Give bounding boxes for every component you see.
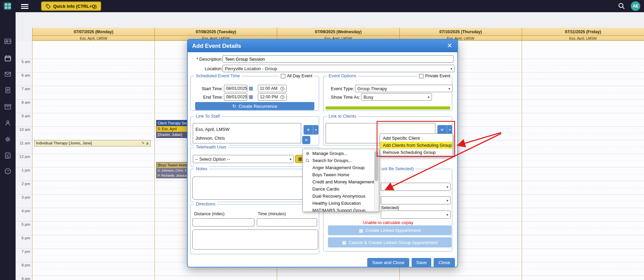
hamburger-menu-icon[interactable] [21,3,28,9]
contact-card-icon [4,38,12,45]
event-client-therapy[interactable]: Client Therapy Sessi S: Ess, April [Drax… [156,120,189,138]
chevron-down-icon: ▾ [449,87,450,91]
menu-item-remove-scheduling-group[interactable]: Remove Scheduling Group [380,149,453,156]
calendar-icon: ▦ [342,240,346,245]
menu-scrollbar[interactable] [374,149,378,211]
start-date-input[interactable]: 08/01/2025 [224,85,247,92]
location-select[interactable]: Perryville Location - Group▾ [223,65,455,72]
add-staff-button[interactable]: + ▾ [304,125,318,135]
description-input[interactable] [223,55,454,63]
clock-icon [280,86,285,91]
chevron-down-icon: ▾ [428,95,430,99]
scheduling-groups-menu: Manage Groups... Search for Groups... An… [303,149,379,212]
sidebar-item-contacts[interactable] [4,38,12,45]
end-time-input[interactable]: 12:00 PM [258,93,287,101]
telehealth-user-group: Telehealth User -- Select Option --▾ ▦ [190,147,319,167]
event-type-select[interactable]: Group Therapy▾ [355,85,453,92]
menu-item-group[interactable]: Dual Recovery Anonymous [303,193,379,200]
directions-group: Directions Distance (miles) Time (minute… [190,204,319,254]
menu-item-group[interactable]: Dance Cardio [303,185,379,193]
checkbox[interactable] [419,74,423,78]
staff-list-item[interactable]: Johnson, Chris [193,134,301,143]
day-column-header: 07/07/2025 (Monday) Ess, April, LMSW [32,28,154,41]
quick-info-button[interactable]: Quick Info (CTRL+Q) [41,1,101,11]
chevron-down-icon: ▾ [446,213,448,217]
event-participants: P: Richards, Jessica; [157,173,189,178]
menu-item-group[interactable]: Healthy Living Education [303,200,379,207]
group-legend: Telehealth User [194,144,228,149]
menu-item-group[interactable]: Anger Management Group [303,164,379,171]
location-label: Location: [190,66,223,71]
event-boys-tween-home[interactable]: [Boys Tween Home]- S: Johnson, Chris; Es… [156,162,189,178]
menu-item-group[interactable]: MAT/MARS Support Group [303,207,379,212]
menu-item-add-clients-from-scheduling-group[interactable]: Add Clients from Scheduling Group [380,142,453,149]
lock-icon [146,141,149,145]
event-title: Individual Therapy [Jones, Jane] [36,140,92,146]
sidebar-item-settings[interactable] [4,136,12,143]
end-date-calendar-icon[interactable]: ▦ [249,94,253,99]
show-time-as-select[interactable]: Busy▾ [361,93,432,101]
calendar-toolbar: ‹ Today › 07/07/2025 - 07/11/2025 ★ ▦ ☑ … [16,12,644,28]
sidebar-item-messages[interactable] [4,71,12,78]
event-title: [Boys Tween Home]- [157,162,189,168]
menu-item-add-specific-client[interactable]: Add Specific Client [380,135,453,142]
create-recurrence-button[interactable]: ↻ Create Recurrence [195,102,314,110]
edit-pencil-icon[interactable]: ✎ [142,140,145,146]
event-title: Client Therapy Sessi [157,120,189,126]
sidebar-item-reports[interactable] [4,86,12,94]
group-legend: Directions [194,201,217,206]
linked-select-3[interactable]: ▾ [381,211,451,219]
event-individual-therapy[interactable]: Individual Therapy [Jones, Jane] ✎ [34,140,151,146]
save-button[interactable]: Save [412,258,432,267]
save-and-close-button[interactable]: Save and Close [367,258,409,267]
chevron-down-icon[interactable]: ▾ [447,125,452,135]
distance-input[interactable] [192,218,254,226]
sidebar-item-help[interactable]: ? [4,167,12,175]
chevron-down-icon[interactable]: ▾ [313,125,318,135]
staff-list-item[interactable]: Ess, April, LMSW [193,125,301,134]
event-staff: S: Ess, April [157,126,189,132]
all-day-event-checkbox[interactable]: All Day Event [279,74,314,78]
notes-textarea[interactable] [192,177,318,200]
menu-item-group[interactable]: Boys Tween Home [303,171,379,178]
day-header-staff[interactable]: Ess, April, LMSW [33,36,154,41]
checkbox[interactable] [281,74,285,78]
linked-select-2[interactable]: ▾ [381,196,451,204]
start-time-input[interactable]: 11:00 AM [258,85,287,92]
end-date-input[interactable]: 08/01/2025 [224,93,247,101]
staff-listbox[interactable]: Ess, April, LMSWJohnson, Chris [193,123,301,143]
menu-item-group[interactable]: Credit and Money Management [303,178,379,185]
cancel-create-linked-button[interactable]: ▦ Cancel & Create Linked Group Appointme… [328,237,452,247]
menu-item-search-for-groups[interactable]: Search for Groups... [303,157,379,164]
sidebar-item-clients[interactable] [4,119,12,127]
event-staff: S: Johnson, Chris; Es [157,168,189,173]
day-column-header: 07/11/2025 (Friday) Ess, April, LMSW [522,28,644,41]
private-event-checkbox[interactable]: Private Event [418,74,452,78]
start-date-calendar-icon[interactable]: ▦ [249,85,253,91]
close-button[interactable]: Close [434,258,455,267]
plus-icon[interactable]: + [437,125,447,135]
video-session-icon: ▦ [298,156,302,161]
show-time-as-label: Show Time As: [328,95,360,100]
menu-item-manage-groups[interactable]: Manage Groups... [303,150,379,157]
telehealth-user-select[interactable]: -- Select Option --▾ [193,155,294,163]
sidebar-item-tasks[interactable] [4,152,12,159]
time-minutes-label: Time (minutes) [258,212,286,216]
time-minutes-input[interactable] [257,218,317,226]
avatar[interactable]: AE [631,1,640,11]
plus-icon[interactable]: + [304,125,313,135]
day-header-staff[interactable]: Ess, April, LMSW [522,36,644,41]
scrollbar-thumb[interactable] [375,151,378,181]
search-icon[interactable] [618,2,626,11]
directions-textarea[interactable] [192,229,318,249]
sidebar-item-calendar[interactable] [4,55,12,62]
sidebar-item-archive[interactable] [4,103,12,111]
clock-icon [280,95,285,99]
linked-select-1[interactable]: ▾ [381,183,451,191]
group-legend: Scheduled Event Time [194,73,242,78]
close-icon[interactable]: ✕ [445,41,454,50]
create-linked-appointment-button[interactable]: ▦ Create Linked Appointment [328,225,452,235]
add-clients-button[interactable]: + ▾ [437,125,452,135]
remove-staff-button[interactable]: × [302,136,310,144]
group-legend: Link to Clients [327,114,358,119]
